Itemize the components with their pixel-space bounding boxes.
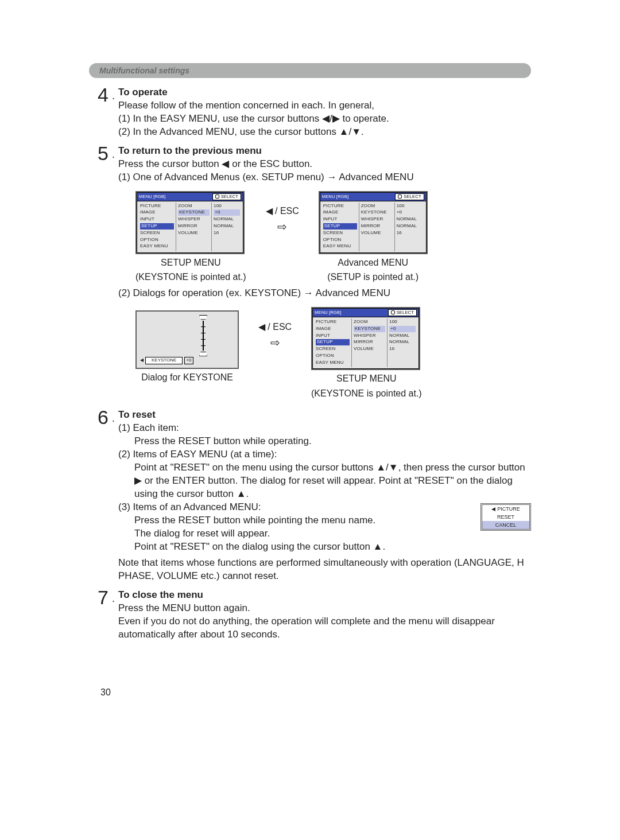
select-icon [398,195,402,199]
step-6-l2a: Point at "RESET" on the menu using the c… [118,461,531,501]
step-7: 7 . To close the menu Press the MENU but… [89,589,531,641]
osd-title: MENU [RGB] [322,194,349,200]
step-number: 6 [89,409,108,583]
caption-keystone-pointed-2: (KEYSTONE is pointed at.) [311,387,422,400]
step-5-title: To return to the previous menu [118,145,262,156]
step-5-line: Press the cursor button ◀ or the ESC but… [118,158,312,169]
osd-right-item: NORMAL [389,333,416,339]
osd-left-item-highlight: SETUP [316,339,350,345]
step-4: 4 . To operate Please follow of the ment… [89,86,531,139]
esc-label: ◀ / ESC [258,321,292,333]
osd-title: MENU [RGB] [315,310,342,316]
scale-bar-icon [203,321,204,351]
osd-left-item: EASY MENU [316,360,350,366]
osd-left-item: INPUT [316,333,350,339]
osd-left-item: OPTION [140,237,174,243]
osd-left-item: OPTION [316,353,350,359]
left-arrow-icon: ◀ [140,357,144,364]
caption-setup-menu-2: SETUP MENU [311,372,422,385]
osd-left-item: IMAGE [140,209,174,216]
step-6-l3a: Press the RESET button while pointing th… [118,514,531,527]
osd-left-item: PICTURE [316,319,350,325]
osd-left-item: EASY MENU [140,243,174,250]
trapezoid-top-icon [199,315,207,320]
arrow-right-icon: ⇨ [270,335,280,351]
step-6-l1: (1) Each item: [118,422,179,433]
osd-mid-item: WHISPER [178,216,210,223]
step-7-title: To close the menu [118,589,203,600]
osd-mid-item: ZOOM [178,203,210,209]
step-dot: . [112,589,115,641]
osd-left-item: INPUT [140,216,174,223]
osd-mid-item: MIRROR [361,223,393,230]
osd-select-box: SELECT [395,193,424,200]
osd-right-item-highlight: +0 [214,209,240,216]
osd-left-item: INPUT [323,216,357,223]
osd-left-item: OPTION [323,237,357,243]
osd-right-item: 100 [214,203,240,209]
reset-dialog: ◀PICTURE RESET CANCEL [480,503,531,531]
step-5-sub1: (1) One of Advanced Menus (ex. SETUP men… [118,172,414,182]
osd-mid-item-highlight: KEYSTONE [354,326,385,332]
step-6: 6 . To reset (1) Each item: Press the RE… [89,409,531,583]
caption-advanced-menu: Advanced MENU [319,256,428,269]
caption-setup-menu: SETUP MENU [135,256,246,269]
osd-left-item-highlight: SETUP [323,223,357,230]
osd-left-item-highlight: SETUP [140,223,174,230]
osd-mid-item: ZOOM [354,319,385,325]
osd-mid-item: WHISPER [361,216,393,223]
reset-dialog-top: PICTURE [497,505,520,512]
osd-mid-item-highlight: KEYSTONE [178,209,210,216]
osd-right-item: +0 [397,209,423,216]
osd-right-item: 16 [214,230,240,236]
left-arrow-icon: ◀ [491,505,495,512]
reset-dialog-cancel: CANCEL [482,521,529,529]
osd-left-item: PICTURE [140,203,174,209]
step-dot: . [112,86,115,139]
step-4-line: Please follow of the mention concerned i… [118,100,374,111]
osd-left-item: PICTURE [323,203,357,209]
osd-mid-item: MIRROR [354,339,385,345]
step-6-note: Note that items whose functions are perf… [118,557,524,581]
select-icon [215,195,219,199]
step-6-l2: (2) Items of EASY MENU (at a time): [118,449,277,460]
osd-right-item: NORMAL [214,216,240,223]
caption-keystone-pointed: (KEYSTONE is pointed at.) [135,271,246,283]
osd-left-item: SCREEN [316,346,350,352]
step-number: 5 [89,145,108,403]
osd-right-item-highlight: +0 [389,326,416,332]
page-number: 30 [100,687,531,698]
caption-setup-pointed: (SETUP is pointed at.) [319,271,428,283]
osd-mid-item: ZOOM [361,203,393,209]
osd-left-item: EASY MENU [323,243,357,250]
graphic-row-1: MENU [RGB] SELECT PICTURE IMAGE INPUT SE… [135,191,531,283]
osd-left-item: SCREEN [323,230,357,236]
keystone-label: KEYSTONE [145,357,183,364]
osd-mid-item: VOLUME [178,230,210,236]
osd-right-item: 16 [389,346,416,352]
osd-left-item: IMAGE [316,326,350,332]
step-dot: . [112,145,115,403]
osd-left-item: IMAGE [323,209,357,216]
osd-mid-item: WHISPER [354,333,385,339]
esc-label: ◀ / ESC [266,205,299,217]
osd-right-item: 100 [389,319,416,325]
trapezoid-bottom-icon [199,352,207,356]
step-number: 4 [89,86,108,139]
step-4-sub2: (2) In the Advanced MENU, use the cursor… [118,126,364,137]
step-5: 5 . To return to the previous menu Press… [89,145,531,403]
osd-mid-item: VOLUME [361,230,393,236]
step-4-title: To operate [118,87,168,98]
step-5-sub2: (2) Dialogs for operation (ex. KEYSTONE)… [118,287,390,298]
section-tab: Multifunctional settings [89,63,531,78]
osd-advanced-menu: MENU [RGB] SELECT PICTURE IMAGE INPUT SE… [319,191,428,254]
step-6-l3: (3) Items of an Advanced MENU: [118,501,261,512]
step-6-l3b: The dialog for reset will appear. [118,527,531,540]
select-icon [391,310,395,314]
osd-right-item: NORMAL [214,223,240,230]
caption-dialog-keystone: Dialog for KEYSTONE [135,371,239,384]
osd-setup-menu-2: MENU [RGB] SELECT PICTURE IMAGE INPUT SE… [311,307,420,370]
step-6-l3c: Point at "RESET" on the dialog using the… [118,540,531,554]
osd-right-item: NORMAL [389,339,416,345]
osd-mid-item: VOLUME [354,346,385,352]
